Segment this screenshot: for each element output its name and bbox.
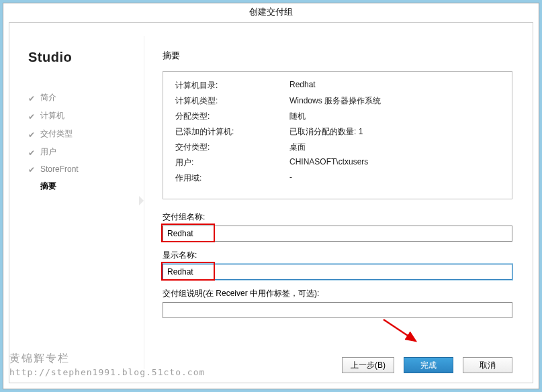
check-icon: ✔: [28, 130, 36, 138]
nav-label: 摘要: [40, 181, 56, 192]
button-row: 上一步(B) 完成 取消: [163, 349, 512, 373]
nav-step-storefront[interactable]: ✔ StoreFront: [28, 164, 144, 174]
description-label: 交付组说明(在 Receiver 中用作标签，可选):: [163, 288, 512, 299]
group-name-input[interactable]: [163, 226, 512, 242]
dialog-window: 创建交付组 Studio ✔ 简介 ✔ 计算机 ✔ 交付类型: [3, 3, 539, 389]
display-name-label: 显示名称:: [163, 250, 512, 261]
nav-step-users[interactable]: ✔ 用户: [28, 146, 144, 158]
summary-box: 计算机目录: Redhat 计算机类型: Windows 服务器操作系统 分配类…: [163, 71, 512, 199]
check-icon: ✔: [28, 112, 36, 120]
nav-step-machines[interactable]: ✔ 计算机: [28, 110, 144, 121]
summary-row: 交付类型: 桌面: [175, 142, 500, 153]
divider: [144, 36, 144, 369]
summary-row: 计算机目录: Redhat: [175, 80, 500, 91]
check-icon: ✔: [28, 165, 36, 173]
summary-row: 计算机类型: Windows 服务器操作系统: [175, 95, 500, 107]
wizard-content: 摘要 计算机目录: Redhat 计算机类型: Windows 服务器操作系统 …: [144, 23, 533, 383]
app-title: Studio: [28, 50, 144, 65]
nav-step-summary[interactable]: ✔ 摘要: [28, 181, 144, 192]
nav-label: 用户: [40, 146, 56, 158]
summary-row: 已添加的计算机: 已取消分配的数量: 1: [175, 126, 500, 138]
summary-row: 作用域: -: [175, 173, 500, 184]
nav-step-delivery-type[interactable]: ✔ 交付类型: [28, 128, 144, 140]
description-input[interactable]: [163, 302, 512, 318]
wizard-sidebar: Studio ✔ 简介 ✔ 计算机 ✔ 交付类型 ✔: [9, 23, 144, 383]
nav-step-intro[interactable]: ✔ 简介: [28, 92, 144, 103]
nav-label: 交付类型: [40, 128, 73, 140]
group-name-label: 交付组名称:: [163, 211, 512, 223]
check-icon: ✔: [28, 148, 36, 156]
finish-button[interactable]: 完成: [404, 357, 453, 373]
page-heading: 摘要: [163, 50, 512, 62]
back-button[interactable]: 上一步(B): [342, 357, 394, 373]
summary-row: 分配类型: 随机: [175, 111, 500, 122]
display-name-input[interactable]: [163, 264, 512, 280]
nav-label: 简介: [40, 92, 56, 103]
summary-row: 用户: CHINASOFT\ctxusers: [175, 157, 500, 168]
pointer-notch: [139, 196, 144, 205]
dialog-title: 创建交付组: [3, 3, 539, 22]
nav-label: StoreFront: [40, 164, 79, 174]
nav-label: 计算机: [40, 110, 64, 121]
check-icon: ✔: [28, 94, 36, 102]
cancel-button[interactable]: 取消: [463, 357, 512, 373]
